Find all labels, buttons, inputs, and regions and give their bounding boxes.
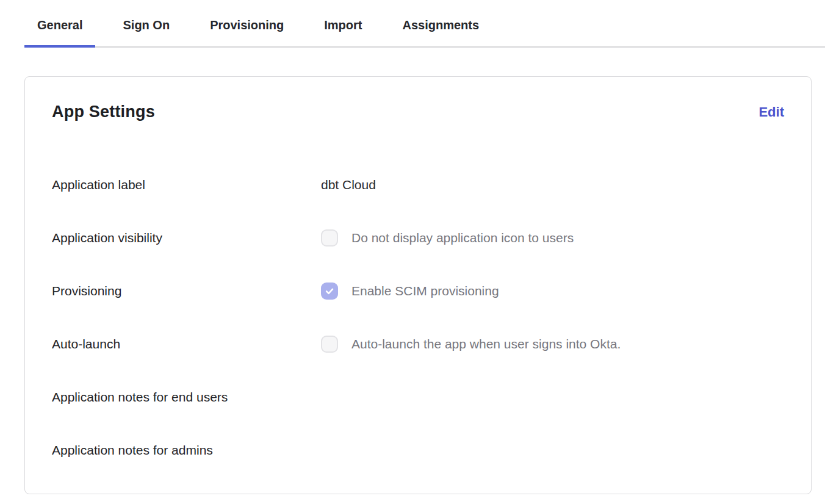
settings-rows: Application labeldbt CloudApplication vi… (52, 176, 784, 461)
checkbox-label: Enable SCIM provisioning (351, 283, 499, 300)
row-value: Do not display application icon to users (321, 229, 574, 247)
checkbox-label: Do not display application icon to users (351, 229, 574, 247)
row-label: Auto-launch (52, 336, 321, 353)
checkbox-label: Auto-launch the app when user signs into… (351, 336, 621, 353)
checkbox-checked[interactable] (321, 283, 338, 300)
row-value: dbt Cloud (321, 176, 376, 193)
settings-row: Application visibilityDo not display app… (52, 229, 784, 249)
check-icon (324, 286, 335, 297)
row-label: Provisioning (52, 283, 321, 300)
tab-sign-on[interactable]: Sign On (110, 0, 182, 46)
edit-button[interactable]: Edit (758, 104, 784, 120)
row-label: Application visibility (52, 229, 321, 247)
row-label: Application label (52, 176, 321, 193)
settings-row: Auto-launchAuto-launch the app when user… (52, 336, 784, 355)
tab-assignments[interactable]: Assignments (390, 0, 492, 46)
row-label: Application notes for end users (52, 389, 321, 406)
row-value: Enable SCIM provisioning (321, 283, 499, 300)
row-label: Application notes for admins (52, 442, 321, 459)
card-title: App Settings (52, 103, 155, 121)
settings-row: Application labeldbt Cloud (52, 176, 784, 196)
tab-provisioning[interactable]: Provisioning (197, 0, 297, 46)
settings-row: Application notes for admins (52, 442, 784, 461)
tab-bar: GeneralSign OnProvisioningImportAssignme… (24, 0, 825, 48)
app-settings-card: App Settings Edit Application labeldbt C… (24, 76, 812, 494)
tab-import[interactable]: Import (311, 0, 375, 46)
tab-general[interactable]: General (24, 0, 95, 46)
row-value: Auto-launch the app when user signs into… (321, 336, 621, 353)
checkbox-unchecked[interactable] (321, 336, 338, 353)
checkbox-unchecked[interactable] (321, 229, 338, 247)
settings-row: ProvisioningEnable SCIM provisioning (52, 283, 784, 302)
settings-row: Application notes for end users (52, 389, 784, 408)
card-header: App Settings Edit (52, 103, 784, 121)
